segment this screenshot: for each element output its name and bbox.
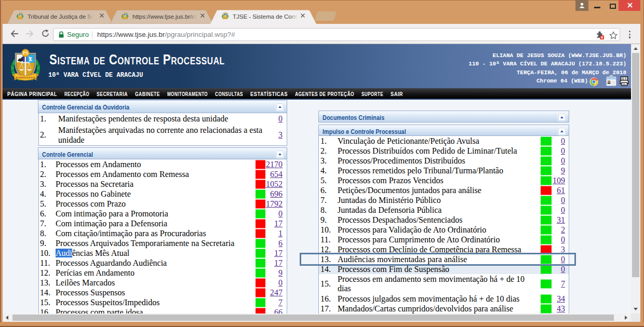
svg-text:JUSTITIA ET PAX: JUSTITIA ET PAX: [16, 76, 36, 79]
svg-text:PS: PS: [23, 50, 29, 56]
